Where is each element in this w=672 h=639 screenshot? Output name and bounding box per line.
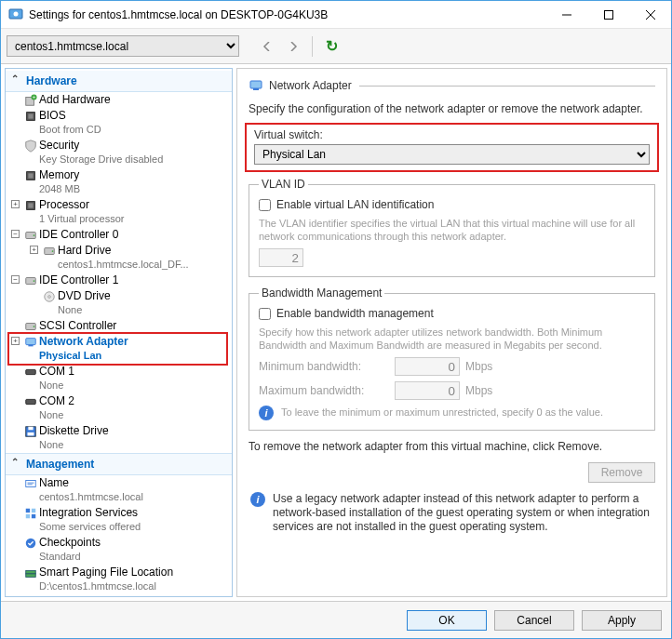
vm-selector[interactable]: centos1.hmtmcse.local <box>7 35 239 57</box>
svg-rect-28 <box>26 399 36 404</box>
bandwidth-legend: Bandwidth Management <box>259 286 384 300</box>
window-title: Settings for centos1.hmtmcse.local on DE… <box>29 8 545 21</box>
tree-sublabel: None <box>39 408 228 422</box>
svg-rect-41 <box>26 574 36 578</box>
close-button[interactable] <box>629 1 671 28</box>
svg-rect-3 <box>604 10 612 19</box>
sidebar-item-diskette-drive[interactable]: Diskette DriveNone <box>6 423 232 453</box>
toolbar-separator <box>312 36 313 57</box>
network-adapter-icon <box>249 78 263 93</box>
cancel-button[interactable]: Cancel <box>494 610 574 631</box>
ok-button[interactable]: OK <box>407 610 487 631</box>
svg-rect-10 <box>28 113 33 118</box>
sidebar-item-processor[interactable]: +Processor1 Virtual processor <box>6 197 232 227</box>
bandwidth-enable-text: Enable bandwidth management <box>276 307 434 320</box>
remove-text: To remove the network adapter from this … <box>249 440 655 453</box>
tree-icon <box>24 199 37 212</box>
vlan-fieldset: VLAN ID Enable virtual LAN identificatio… <box>249 178 655 277</box>
expand-icon[interactable]: + <box>11 337 20 345</box>
sidebar-item-com-1[interactable]: COM 1None <box>6 364 232 393</box>
tree-sublabel: centos1.hmtmcse.local_DF... <box>58 258 228 272</box>
max-bw-input <box>395 381 460 400</box>
bandwidth-info-text: To leave the minimum or maximum unrestri… <box>281 406 603 419</box>
legacy-text: Use a legacy network adapter instead of … <box>273 492 653 534</box>
toolbar: centos1.hmtmcse.local ↻ <box>1 29 671 64</box>
virtual-switch-label: Virtual switch: <box>254 128 650 141</box>
bandwidth-info: i To leave the minimum or maximum unrest… <box>259 406 645 420</box>
sidebar-item-dvd-drive[interactable]: DVD DriveNone <box>6 288 232 318</box>
tree-icon <box>24 507 37 520</box>
sidebar-item-integration-services[interactable]: Integration ServicesSome services offere… <box>6 505 232 535</box>
tree-icon: + <box>24 94 37 107</box>
tree-label: Processor <box>39 198 89 211</box>
svg-rect-14 <box>28 203 33 207</box>
vlan-enable-checkbox[interactable]: Enable virtual LAN identification <box>259 198 645 211</box>
vlan-id-input <box>259 248 303 267</box>
sidebar-item-com-2[interactable]: COM 2None <box>6 393 232 423</box>
tree-label: Checkpoints <box>39 536 101 549</box>
titlebar: Settings for centos1.hmtmcse.local on DE… <box>1 1 671 29</box>
forward-button[interactable] <box>282 35 304 58</box>
expand-icon[interactable]: − <box>11 275 20 284</box>
expand-icon[interactable]: − <box>11 230 20 238</box>
tree-icon <box>24 229 37 242</box>
sidebar-tree[interactable]: ⌃Hardware+Add HardwareBIOSBoot from CDSe… <box>5 68 233 597</box>
vlan-enable-input[interactable] <box>259 199 271 211</box>
svg-rect-37 <box>26 514 30 518</box>
svg-rect-36 <box>32 509 35 513</box>
back-button[interactable] <box>256 35 278 58</box>
expand-icon[interactable]: + <box>30 246 38 254</box>
expand-icon[interactable]: + <box>11 200 20 208</box>
bandwidth-enable-checkbox[interactable]: Enable bandwidth management <box>259 307 645 320</box>
tree-icon <box>24 395 37 408</box>
tree-label: SCSI Controller <box>39 319 116 332</box>
tree-sublabel: None <box>39 438 228 452</box>
sidebar-item-add-hardware[interactable]: +Add Hardware <box>6 92 232 108</box>
sidebar-section-management[interactable]: ⌃Management <box>6 453 232 475</box>
maximize-button[interactable] <box>587 1 629 28</box>
sidebar-item-scsi-controller[interactable]: SCSI Controller <box>6 318 232 334</box>
tree-label: Smart Paging File Location <box>39 566 173 579</box>
tree-icon <box>24 274 37 287</box>
svg-rect-26 <box>28 345 33 347</box>
bandwidth-enable-input[interactable] <box>259 308 271 320</box>
tree-sublabel: 2048 MB <box>39 182 228 196</box>
svg-rect-25 <box>26 339 36 345</box>
tree-label: Integration Services <box>39 506 138 519</box>
remove-button: Remove <box>588 462 655 483</box>
tree-icon <box>24 320 37 333</box>
tree-sublabel: Some services offered <box>39 520 228 534</box>
sidebar-item-name[interactable]: Namecentos1.hmtmcse.local <box>6 475 232 505</box>
svg-point-16 <box>34 234 35 236</box>
tree-label: Network Adapter <box>39 335 128 348</box>
sidebar-item-ide-controller-0[interactable]: −IDE Controller 0 <box>6 227 232 243</box>
vlan-enable-text: Enable virtual LAN identification <box>276 198 434 211</box>
max-bw-unit: Mbps <box>465 384 492 397</box>
sidebar-item-hard-drive[interactable]: +Hard Drivecentos1.hmtmcse.local_DF... <box>6 243 232 273</box>
sidebar-item-network-adapter[interactable]: +Network AdapterPhysical Lan <box>6 334 232 364</box>
tree-label: COM 1 <box>39 365 74 378</box>
body: ⌃Hardware+Add HardwareBIOSBoot from CDSe… <box>1 64 671 601</box>
sidebar-item-security[interactable]: SecurityKey Storage Drive disabled <box>6 138 232 167</box>
virtual-switch-select[interactable]: Physical Lan <box>254 144 650 165</box>
apply-button[interactable]: Apply <box>582 610 662 631</box>
sidebar-section-hardware[interactable]: ⌃Hardware <box>6 71 232 92</box>
sidebar-item-ide-controller-1[interactable]: −IDE Controller 1 <box>6 273 232 288</box>
sidebar-item-smart-paging-file-location[interactable]: Smart Paging File LocationD:\centos1.hmt… <box>6 565 232 594</box>
svg-rect-40 <box>26 570 36 574</box>
minimize-button[interactable] <box>545 1 587 28</box>
tree-sublabel: Boot from CD <box>39 123 228 137</box>
tree-label: Diskette Drive <box>39 424 109 437</box>
refresh-button[interactable]: ↻ <box>320 35 343 58</box>
sidebar-item-bios[interactable]: BIOSBoot from CD <box>6 108 232 138</box>
sidebar-item-checkpoints[interactable]: CheckpointsStandard <box>6 535 232 565</box>
svg-point-20 <box>34 280 35 282</box>
sidebar-item-memory[interactable]: Memory2048 MB <box>6 167 232 197</box>
svg-point-22 <box>48 296 51 299</box>
svg-point-24 <box>34 326 35 327</box>
min-bw-label: Minimum bandwidth: <box>259 360 389 373</box>
tree-icon <box>24 110 37 123</box>
svg-rect-43 <box>253 88 259 90</box>
svg-rect-32 <box>26 481 36 487</box>
header-rule <box>359 86 655 87</box>
